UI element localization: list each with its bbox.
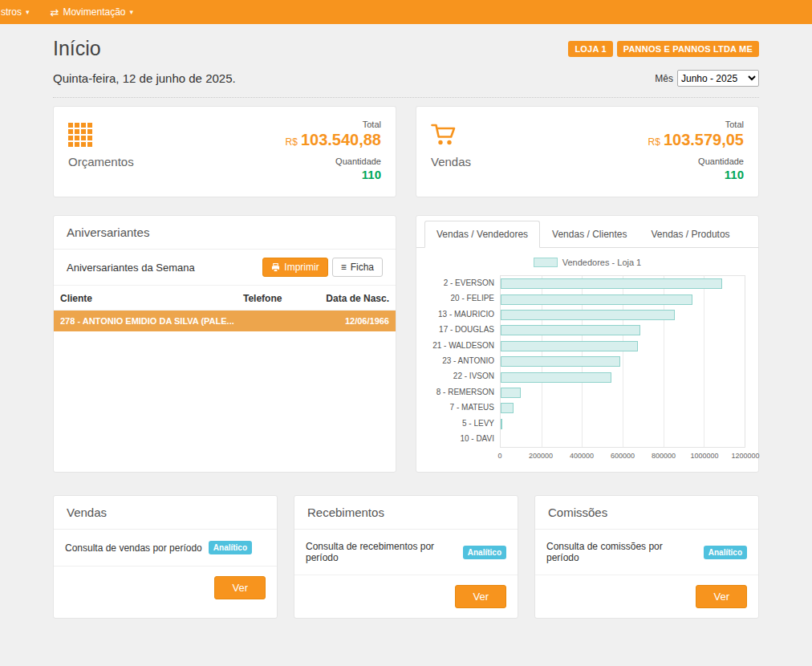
vendas-card: Vendas Total R$103.579,05 Quantidade 110 <box>416 106 759 197</box>
quantity-label: Quantidade <box>286 156 381 166</box>
page-title: Início <box>53 37 101 60</box>
chart-category-label: 21 - WALDESON <box>429 338 500 353</box>
analitico-badge: Analítico <box>704 546 747 559</box>
legend-swatch <box>534 258 558 267</box>
report-card-body: Consulta de recebimentos por período Ana… <box>294 530 518 575</box>
nav-item-label: stros <box>1 6 22 18</box>
nav-item-cadastros[interactable]: stros ▾ <box>0 0 40 24</box>
report-card-title: Vendas <box>54 496 277 530</box>
total-amount: 103.540,88 <box>301 131 381 148</box>
chart-bar <box>501 403 514 413</box>
caret-down-icon: ▾ <box>130 8 134 16</box>
orcamentos-values: Total R$103.540,88 Quantidade 110 <box>286 120 381 184</box>
chart-x-labels: 020000040000060000080000010000001200000 <box>500 452 745 463</box>
analitico-badge: Analítico <box>463 546 506 559</box>
list-icon: ≡ <box>341 262 347 272</box>
report-cards-row: Vendas Consulta de vendas por período An… <box>53 495 759 619</box>
chart-category-label: 20 - FELIPE <box>429 290 500 306</box>
chart-labels: 2 - EVERSON20 - FELIPE13 - MAURICIO17 - … <box>429 275 500 448</box>
ver-button[interactable]: Ver <box>214 576 266 599</box>
chart-bar-row <box>501 400 745 416</box>
tab-vendas-vendedores[interactable]: Vendas / Vendedores <box>424 221 540 248</box>
current-date: Quinta-feira, 12 de junho de 2025. <box>53 71 236 85</box>
chart-x-tick-label: 1000000 <box>690 452 718 460</box>
month-select[interactable]: Junho - 2025 <box>677 70 759 87</box>
chart-x-tick-label: 600000 <box>611 452 635 460</box>
report-card-footer: Ver <box>54 567 277 609</box>
report-card-title: Recebimentos <box>294 496 518 530</box>
company-badge: PANNOS E PANNOS LTDA ME <box>617 41 759 57</box>
chart-bar-row <box>501 276 745 291</box>
horizontal-bar-chart: 2 - EVERSON20 - FELIPE13 - MAURICIO17 - … <box>429 275 745 448</box>
chart-x-tick-label: 0 <box>497 452 501 460</box>
vendas-left: Vendas <box>431 120 471 184</box>
chart-legend: Vendedores - Loja 1 <box>429 258 745 267</box>
report-card-footer: Ver <box>294 575 518 618</box>
chart-bar <box>501 388 521 398</box>
ver-button[interactable]: Ver <box>696 585 747 608</box>
report-description: Consulta de recebimentos por período <box>306 541 457 563</box>
chart-category-label: 2 - EVERSON <box>429 275 500 290</box>
recebimentos-report-card: Recebimentos Consulta de recebimentos po… <box>294 495 518 619</box>
currency-symbol: R$ <box>286 136 298 148</box>
print-button[interactable]: Imprimir <box>262 258 327 277</box>
chart-bar <box>501 294 692 305</box>
month-label: Mês <box>655 73 673 84</box>
chart-category-label: 13 - MAURICIO <box>429 307 500 322</box>
chart-category-label: 17 - DOUGLAS <box>429 322 500 337</box>
chart-bar <box>501 341 638 351</box>
nav-item-movimentacao[interactable]: ⇄ Movimentação ▾ <box>40 0 144 24</box>
card-label: Vendas <box>431 155 471 169</box>
report-card-body: Consulta de comissões por período Analít… <box>535 530 758 575</box>
ficha-button[interactable]: ≡ Ficha <box>332 258 383 277</box>
chart-x-tick-label: 200000 <box>529 452 553 460</box>
page-header: Início LOJA 1 PANNOS E PANNOS LTDA ME <box>53 37 759 60</box>
total-value: R$103.540,88 <box>286 131 381 149</box>
vendas-values: Total R$103.579,05 Quantidade 110 <box>648 120 744 184</box>
tab-vendas-clientes[interactable]: Vendas / Clientes <box>540 221 639 248</box>
birthdays-title: Aniversariantes <box>54 216 396 250</box>
print-button-label: Imprimir <box>284 262 319 273</box>
quantity-label: Quantidade <box>648 156 744 166</box>
birthdays-card: Aniversariantes Aniversariantes da Seman… <box>53 215 396 473</box>
sales-chart-card: Vendas / Vendedores Vendas / Clientes Ve… <box>416 215 759 473</box>
date-row: Quinta-feira, 12 de junho de 2025. Mês J… <box>53 70 759 98</box>
report-description: Consulta de comissões por período <box>546 541 697 563</box>
chart-tabs: Vendas / Vendedores Vendas / Clientes Ve… <box>416 216 758 248</box>
chart-bar <box>501 278 722 289</box>
chart-bar <box>501 372 611 383</box>
chart-category-label: 10 - DAVI <box>429 431 500 446</box>
tab-vendas-produtos[interactable]: Vendas / Produtos <box>639 221 742 248</box>
card-label: Orçamentos <box>68 155 134 169</box>
calculator-icon <box>68 123 92 147</box>
chart-bar-row <box>501 369 745 384</box>
summary-row: Orçamentos Total R$103.540,88 Quantidade… <box>53 106 759 197</box>
chart-category-label: 8 - REMERSON <box>429 384 500 400</box>
main-content: Início LOJA 1 PANNOS E PANNOS LTDA ME Qu… <box>0 37 812 619</box>
chart-body: Vendedores - Loja 1 2 - EVERSON20 - FELI… <box>416 248 758 472</box>
chart-bar-row <box>501 339 745 354</box>
birthdays-toolbar: Aniversariantes da Semana Imprimir ≡ Fic… <box>54 250 396 286</box>
chart-bar-row <box>501 323 745 338</box>
quantity-value: 110 <box>648 168 744 181</box>
analitico-badge: Analítico <box>209 541 252 554</box>
chart-bar-row <box>501 307 745 323</box>
store-badge: LOJA 1 <box>568 41 612 57</box>
row-cliente: 278 - ANTONIO EMIDIO DA SILVA (PALE... <box>60 316 243 326</box>
chart-bar-row <box>501 354 745 369</box>
chart-category-label: 7 - MATEUS <box>429 400 500 415</box>
chart-category-label: 23 - ANTONIO <box>429 353 500 368</box>
total-value: R$103.579,05 <box>648 131 744 149</box>
birthdays-subtitle: Aniversariantes da Semana <box>67 262 195 274</box>
birthday-table-row[interactable]: 278 - ANTONIO EMIDIO DA SILVA (PALE... 1… <box>54 311 396 331</box>
month-filter: Mês Junho - 2025 <box>655 70 759 87</box>
ver-button[interactable]: Ver <box>455 585 506 608</box>
chart-category-label: 5 - LEVY <box>429 416 500 431</box>
shopping-cart-icon <box>431 123 458 147</box>
orcamentos-left: Orçamentos <box>68 120 134 184</box>
birthdays-table-header: Cliente Telefone Data de Nasc. <box>54 286 396 311</box>
column-header-cliente: Cliente <box>60 293 243 304</box>
legend-label: Vendedores - Loja 1 <box>562 258 641 267</box>
chart-category-label: 22 - IVSON <box>429 368 500 384</box>
chart-bar-row <box>501 385 745 400</box>
